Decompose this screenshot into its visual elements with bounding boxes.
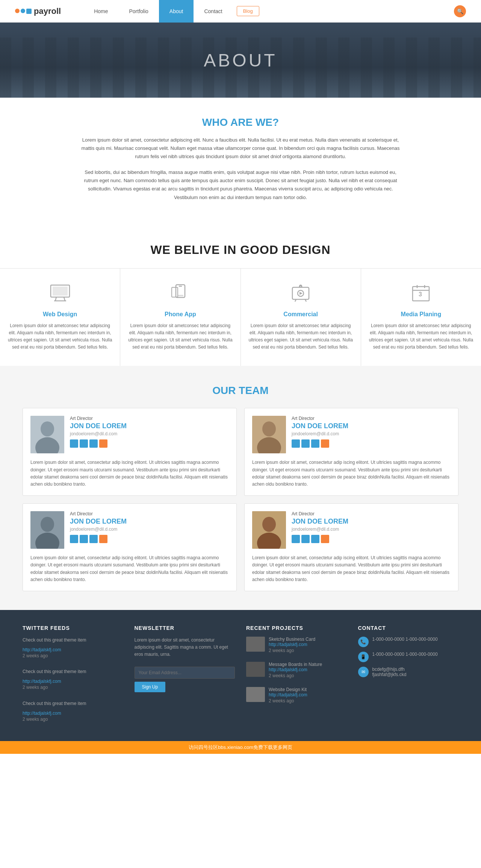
team-card-3: Art Director JON DOE LOREM jondoelorem@d… <box>23 503 237 591</box>
social-fb-3[interactable] <box>70 535 78 543</box>
twitter-time-2: 2 weeks ago <box>23 684 123 691</box>
svg-point-29 <box>41 517 54 532</box>
twitter-link-2[interactable]: http://tadjalskfj.com <box>23 679 61 684</box>
project-link-1[interactable]: http://tadjalskfj.com <box>269 642 307 647</box>
feature-phone-text: Lorem ipsum dolor sit ametconsec tetur a… <box>128 322 233 351</box>
feature-commercial: Commercial Lorem ipsum dolor sit ametcon… <box>241 269 361 366</box>
social-tw-3[interactable] <box>80 535 88 543</box>
social-rss-3[interactable] <box>99 535 107 543</box>
svg-line-1 <box>55 297 56 301</box>
nav-blog-button[interactable]: Blog <box>237 6 259 16</box>
header: payroll Home Portfolio About Contact Blo… <box>0 0 481 23</box>
project-link-2[interactable]: http://tadjalskfj.com <box>269 667 307 672</box>
project-link-3[interactable]: http://tadjalskfj.com <box>269 692 307 697</box>
search-icon: 🔍 <box>457 8 463 14</box>
project-item-3: Website Design Kit http://tadjalskfj.com… <box>246 687 347 708</box>
nav-home[interactable]: Home <box>83 0 118 23</box>
svg-marker-16 <box>299 292 303 295</box>
social-fb-1[interactable] <box>70 439 78 448</box>
social-li-3[interactable] <box>89 535 98 543</box>
svg-rect-4 <box>53 287 68 296</box>
team-name-4: JON DOE LOREM <box>292 518 451 525</box>
hero-section: ABOUT <box>0 23 481 98</box>
nav-about[interactable]: About <box>159 0 194 23</box>
team-info-3: Art Director JON DOE LOREM jondoelorem@d… <box>70 511 229 543</box>
social-tw-4[interactable] <box>301 535 310 543</box>
phone-icon <box>128 284 233 305</box>
team-socials-1 <box>70 439 229 448</box>
footer-contact: CONTACT 📞 1-000-000-0000 1-000-000-0000 … <box>358 625 459 726</box>
avatar-4 <box>252 511 286 549</box>
who-section: WHO ARE WE? Lorem ipsum dolor sit amet, … <box>0 98 481 228</box>
who-para1: Lorem ipsum dolor sit amet, consectetur … <box>79 136 402 161</box>
believe-section: WE BELIVE IN GOOD DESIGN Web Design Lore… <box>0 228 481 366</box>
twitter-link-1[interactable]: http://tadjalskfj.com <box>23 647 61 652</box>
team-section: OUR TEAM Art Director JON DOE LOREM jond… <box>0 366 481 610</box>
social-rss-4[interactable] <box>321 535 329 543</box>
twitter-link-3[interactable]: http://tadjalskfj.com <box>23 711 61 716</box>
project-thumb-3 <box>246 687 265 702</box>
team-role-2: Art Director <box>292 416 451 421</box>
nav-portfolio[interactable]: Portfolio <box>119 0 159 23</box>
dot-orange <box>15 9 20 13</box>
projects-heading: RECENT PROJECTS <box>246 625 347 631</box>
project-title-1: Sketchy Business Card <box>269 637 315 642</box>
who-para2: Sed lobortis, dui ac bibendum fringilla,… <box>79 168 402 201</box>
team-email-2: jondoelorem@dil.d.com <box>292 431 451 436</box>
team-name-2: JON DOE LOREM <box>292 422 451 430</box>
svg-rect-6 <box>177 295 183 296</box>
dot-square <box>26 9 32 14</box>
project-title-3: Website Design Kit <box>269 687 307 692</box>
dot-blue <box>21 9 25 13</box>
svg-text:3: 3 <box>419 291 422 297</box>
footer-newsletter: NEWSLETTER Lorem ipsum dolor sit amet, c… <box>135 625 235 726</box>
svg-point-26 <box>262 421 276 436</box>
feature-media: 3 Media Planing Lorem ipsum dolor sit am… <box>361 269 481 366</box>
svg-point-23 <box>41 421 54 436</box>
nav-contact[interactable]: Contact <box>194 0 233 23</box>
feature-phone-app: Phone App Lorem ipsum dolor sit ametcons… <box>120 269 240 366</box>
newsletter-input[interactable] <box>135 667 235 679</box>
hero-title: ABOUT <box>204 50 277 71</box>
team-name-1: JON DOE LOREM <box>70 422 229 430</box>
contact-phone-text-1: 1-000-000-0000 1-000-000-0000 <box>372 637 438 642</box>
logo-dots <box>15 9 32 14</box>
social-tw-2[interactable] <box>301 439 310 448</box>
team-card-2: Art Director JON DOE LOREM jondoelorem@d… <box>244 408 458 496</box>
contact-phone-2: 📱 1-000-000-0000 1-000-000-0000 <box>358 652 459 662</box>
newsletter-btn[interactable]: Sign Up <box>135 682 166 692</box>
logo-text: payroll <box>34 6 61 16</box>
feature-media-text: Lorem ipsum dolor sit ametconsec tetur a… <box>369 322 473 351</box>
avatar-1 <box>30 416 64 453</box>
social-tw-1[interactable] <box>80 439 88 448</box>
feature-commercial-text: Lorem ipsum dolor sit ametconsec tetur a… <box>248 322 353 351</box>
twitter-heading: TWITTER FEEDS <box>23 625 123 631</box>
contact-email-1: bcdefg@hijs.dfh <box>372 667 407 672</box>
contact-email: ✉ bcdefg@hijs.dfh fjashfaf@jkfs.ckd <box>358 667 459 677</box>
search-button[interactable]: 🔍 <box>454 5 466 17</box>
footer-projects: RECENT PROJECTS Sketchy Business Card ht… <box>246 625 347 726</box>
social-li-1[interactable] <box>89 439 98 448</box>
mobile-icon: 📱 <box>358 652 369 662</box>
main-nav: Home Portfolio About Contact Blog <box>83 0 454 23</box>
social-rss-1[interactable] <box>99 439 107 448</box>
feature-web-design: Web Design Lorem ipsum dolor sit ametcon… <box>0 269 120 366</box>
team-card-top-4: Art Director JON DOE LOREM jondoelorem@d… <box>252 511 451 549</box>
project-thumb-2 <box>246 662 265 677</box>
social-rss-2[interactable] <box>321 439 329 448</box>
logo[interactable]: payroll <box>15 6 61 16</box>
contact-phone-1: 📞 1-000-000-0000 1-000-000-0000 <box>358 637 459 647</box>
who-heading: WHO ARE WE? <box>45 116 436 128</box>
twitter-text-2: Check out this great theme item <box>23 668 123 675</box>
social-li-4[interactable] <box>311 535 319 543</box>
monitor-icon <box>8 284 112 305</box>
social-li-2[interactable] <box>311 439 319 448</box>
team-desc-1: Lorem ipsum dolor sit amet, consectetur … <box>30 459 229 488</box>
social-fb-2[interactable] <box>292 439 300 448</box>
project-time-3: 2 weeks ago <box>269 697 307 705</box>
social-fb-4[interactable] <box>292 535 300 543</box>
twitter-text-1: Check out this great theme item <box>23 637 123 644</box>
contact-phone-text-2: 1-000-000-0000 1-000-000-0000 <box>372 652 438 657</box>
team-card-4: Art Director JON DOE LOREM jondoelorem@d… <box>244 503 458 591</box>
calendar-icon: 3 <box>369 284 473 305</box>
